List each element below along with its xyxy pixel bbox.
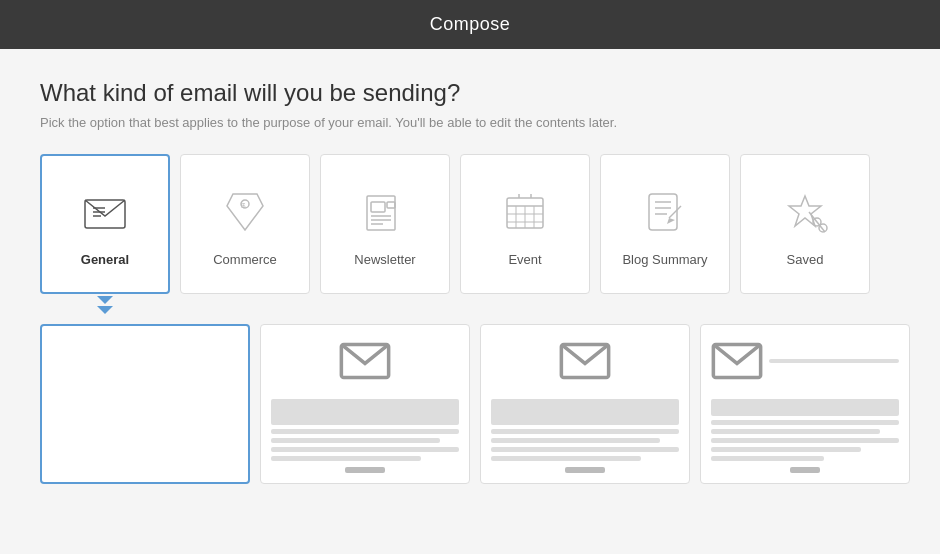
type-card-general[interactable]: General — [40, 154, 170, 294]
type-card-blog-summary[interactable]: Blog Summary — [600, 154, 730, 294]
email-type-row: General $ Commerce — [40, 154, 900, 304]
type-card-newsletter[interactable]: Newsletter — [320, 154, 450, 294]
type-card-wrapper-blog-summary: Blog Summary — [600, 154, 730, 304]
svg-text:$: $ — [241, 201, 246, 210]
newsletter-label: Newsletter — [354, 252, 415, 267]
template-3-header — [711, 335, 899, 387]
template-3-header-line — [769, 359, 899, 363]
template-2-button — [565, 467, 605, 473]
template-1-envelope-icon — [339, 335, 391, 387]
type-card-wrapper-commerce: $ Commerce — [180, 154, 310, 304]
selected-caret — [97, 296, 113, 304]
type-card-commerce[interactable]: $ Commerce — [180, 154, 310, 294]
template-2-envelope-icon — [559, 335, 611, 387]
type-card-wrapper-general: General — [40, 154, 170, 304]
template-line — [711, 447, 861, 452]
saved-icon — [779, 186, 831, 238]
type-card-wrapper-newsletter: Newsletter — [320, 154, 450, 304]
svg-marker-26 — [667, 218, 675, 224]
template-line — [271, 438, 440, 443]
template-2-header — [491, 335, 679, 387]
svg-line-30 — [809, 212, 825, 232]
commerce-icon-area: $ — [215, 182, 275, 242]
content-area: What kind of email will you be sending? … — [0, 49, 940, 504]
template-line — [711, 420, 899, 425]
template-line — [711, 429, 880, 434]
template-3-envelope-icon — [711, 335, 763, 387]
title-text: Compose — [430, 14, 511, 34]
title-bar: Compose — [0, 0, 940, 49]
svg-rect-21 — [649, 194, 677, 230]
general-icon-area — [75, 182, 135, 242]
template-line — [491, 456, 641, 461]
templates-row — [40, 324, 900, 484]
saved-label: Saved — [787, 252, 824, 267]
svg-rect-6 — [367, 196, 395, 230]
general-label: General — [81, 252, 129, 267]
template-blank-content — [52, 336, 238, 472]
template-1-header — [271, 335, 459, 387]
general-icon — [79, 186, 131, 238]
template-3-button — [790, 467, 820, 473]
template-3-lines — [711, 420, 899, 461]
type-card-saved[interactable]: Saved — [740, 154, 870, 294]
template-line — [271, 429, 459, 434]
template-card-3[interactable] — [700, 324, 910, 484]
template-1-button — [345, 467, 385, 473]
template-card-1[interactable] — [260, 324, 470, 484]
blog-summary-icon — [639, 186, 691, 238]
template-2-lines — [491, 429, 679, 461]
type-card-wrapper-saved: Saved — [740, 154, 870, 304]
template-1-image-block — [271, 399, 459, 425]
event-icon — [499, 186, 551, 238]
template-line — [491, 438, 660, 443]
svg-rect-7 — [371, 202, 385, 212]
saved-icon-area — [775, 182, 835, 242]
blog-summary-label: Blog Summary — [622, 252, 707, 267]
type-card-wrapper-event: Event — [460, 154, 590, 304]
template-line — [711, 456, 824, 461]
svg-rect-11 — [387, 202, 395, 208]
commerce-icon: $ — [219, 186, 271, 238]
template-line — [271, 456, 421, 461]
newsletter-icon-area — [355, 182, 415, 242]
template-1-lines — [271, 429, 459, 461]
template-line — [491, 429, 679, 434]
newsletter-icon — [359, 186, 411, 238]
template-3-image-block — [711, 399, 899, 416]
template-2-image-block — [491, 399, 679, 425]
main-question: What kind of email will you be sending? — [40, 79, 900, 107]
template-line — [271, 447, 459, 452]
blog-summary-icon-area — [635, 182, 695, 242]
event-icon-area — [495, 182, 555, 242]
subtitle-text: Pick the option that best applies to the… — [40, 115, 900, 130]
template-line — [491, 447, 679, 452]
template-card-2[interactable] — [480, 324, 690, 484]
type-card-event[interactable]: Event — [460, 154, 590, 294]
template-line — [711, 438, 899, 443]
commerce-label: Commerce — [213, 252, 277, 267]
event-label: Event — [508, 252, 541, 267]
template-card-blank[interactable] — [40, 324, 250, 484]
